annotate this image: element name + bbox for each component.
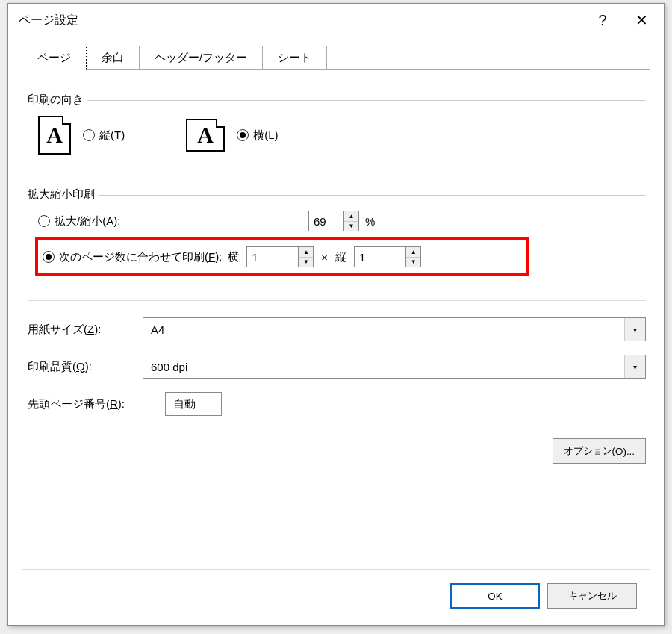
orientation-group: 印刷の向き A 縦(T) [28,85,646,159]
spinner-down-icon[interactable]: ▼ [299,258,313,267]
first-page-input[interactable]: 自動 [165,392,222,416]
spinner-arrows[interactable]: ▲ ▼ [405,247,420,267]
tab-sheet[interactable]: シート [262,46,327,70]
tab-strip: ページ 余白 ヘッダー/フッター シート [22,46,650,70]
adjust-row: 拡大/縮小(A): ▲ ▼ % [38,208,646,234]
spinner-arrows[interactable]: ▲ ▼ [298,247,313,267]
fit-tall-input[interactable] [355,247,405,267]
portrait-page-icon-letter: A [46,122,63,148]
fit-times-label: × [321,251,328,264]
adjust-percent-spinner[interactable]: ▲ ▼ [308,211,359,231]
titlebar: ページ設定 ? ✕ [8,4,664,37]
help-button[interactable]: ? [583,5,622,35]
dialog-title: ページ設定 [19,13,583,28]
landscape-page-icon: A [186,119,225,152]
fit-wide-label: 横 [228,250,239,264]
spinner-arrows[interactable]: ▲ ▼ [343,211,358,231]
options-button[interactable]: オプション(O)... [553,438,646,464]
portrait-page-icon: A [38,116,71,155]
fit-to-radio[interactable] [43,251,55,263]
print-quality-combo[interactable]: 600 dpi ▾ [143,355,646,379]
orientation-group-body: A 縦(T) A [28,99,646,159]
dialog-body: ページ 余白 ヘッダー/フッター シート 印刷の向き A [8,37,664,625]
spinner-down-icon[interactable]: ▼ [406,258,420,267]
first-page-row: 先頭ページ番号(R): 自動 [28,392,646,416]
orientation-landscape-label: 横(L) [253,128,278,143]
first-page-label: 先頭ページ番号(R): [28,397,155,411]
fit-tall-spinner[interactable]: ▲ ▼ [354,246,421,267]
ok-button[interactable]: OK [450,583,540,609]
dialog-footer: OK キャンセル [22,569,650,619]
cancel-button[interactable]: キャンセル [547,583,637,609]
print-quality-row: 印刷品質(Q): 600 dpi ▾ [28,355,646,379]
scaling-group-line [28,195,646,196]
spinner-up-icon[interactable]: ▲ [344,211,358,222]
fit-to-row-highlight: 次のページ数に合わせて印刷(F): 横 ▲ ▼ × 縦 [35,237,529,276]
paper-size-value: A4 [143,320,624,339]
print-quality-value: 600 dpi [143,358,624,376]
orientation-landscape-radio[interactable]: 横(L) [237,128,278,143]
fit-wide-input[interactable] [247,247,298,267]
radio-bullet-icon [38,215,50,227]
tab-page[interactable]: ページ [22,46,87,70]
tab-header-footer[interactable]: ヘッダー/フッター [139,46,263,70]
spinner-up-icon[interactable]: ▲ [299,247,313,258]
scaling-group: 拡大縮小印刷 拡大/縮小(A): ▲ [28,180,646,281]
orientation-portrait-label: 縦(T) [99,128,125,143]
adjust-percent-input[interactable] [309,211,343,231]
print-quality-label: 印刷品質(Q): [28,360,132,374]
adjust-to-label: 拡大/縮小(A): [55,214,308,229]
fit-wide-spinner[interactable]: ▲ ▼ [246,246,314,267]
landscape-page-icon-letter: A [197,122,214,148]
spinner-down-icon[interactable]: ▼ [344,222,358,231]
close-button[interactable]: ✕ [622,5,661,35]
orientation-portrait-radio[interactable]: 縦(T) [83,128,125,143]
radio-bullet-icon [237,129,249,141]
tab-margins[interactable]: 余白 [86,46,140,70]
fit-to-label: 次のページ数に合わせて印刷(F): [59,250,222,264]
tab-content: 印刷の向き A 縦(T) [22,70,650,569]
radio-bullet-icon [43,251,55,263]
page-setup-dialog: ページ設定 ? ✕ ページ 余白 ヘッダー/フッター シート 印刷の向き A [7,3,665,626]
chevron-down-icon[interactable]: ▾ [624,318,645,341]
spinner-up-icon[interactable]: ▲ [406,247,420,258]
separator [28,300,646,301]
scaling-group-label: 拡大縮小印刷 [28,187,98,202]
chevron-down-icon[interactable]: ▾ [624,355,645,378]
orientation-group-line [28,100,646,101]
paper-size-row: 用紙サイズ(Z): A4 ▾ [28,317,646,341]
orientation-group-label: 印刷の向き [28,93,87,107]
paper-size-combo[interactable]: A4 ▾ [143,317,646,341]
paper-size-label: 用紙サイズ(Z): [28,323,132,337]
fit-tall-label: 縦 [335,250,346,264]
adjust-to-radio[interactable] [38,215,50,227]
scaling-group-body: 拡大/縮小(A): ▲ ▼ % [28,194,646,281]
adjust-percent-unit: % [365,215,375,228]
options-row: オプション(O)... [28,438,646,464]
radio-bullet-icon [83,129,95,141]
